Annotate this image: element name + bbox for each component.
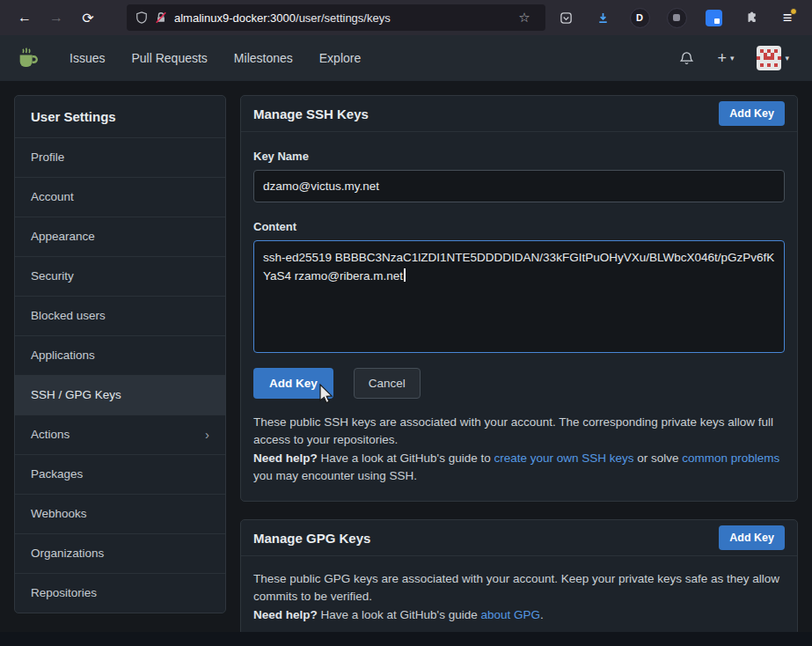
sidebar-item-ssh-gpg-keys[interactable]: SSH / GPG Keys: [15, 376, 225, 415]
url-domain: almalinux9-docker:3000: [174, 11, 296, 25]
gpg-card-body: These public GPG keys are associated wit…: [241, 556, 797, 640]
ssh-help-text: These public SSH keys are associated wit…: [253, 414, 785, 485]
toolbar-extensions: D ≡: [550, 5, 803, 30]
extension-d-badge: D: [630, 8, 650, 28]
create-ssh-keys-link[interactable]: create your own SSH keys: [494, 451, 633, 465]
main-column: Manage SSH Keys Add Key Key Name Content…: [240, 95, 798, 641]
downloads-icon[interactable]: [589, 5, 616, 30]
need-help-label: Need help?: [253, 451, 318, 465]
url-text: almalinux9-docker:3000/user/settings/key…: [174, 11, 505, 25]
notifications-bell-icon[interactable]: [672, 46, 701, 71]
need-help-label: Need help?: [253, 608, 318, 621]
sidebar-item-label: Security: [31, 269, 74, 283]
extension-blue-badge: [706, 10, 722, 26]
plus-icon: +: [717, 49, 727, 68]
gpg-add-key-toggle-button[interactable]: Add Key: [719, 525, 785, 550]
sidebar-item-applications[interactable]: Applications: [15, 336, 225, 376]
extension-dark-icon[interactable]: [663, 5, 690, 30]
manage-ssh-keys-card: Manage SSH Keys Add Key Key Name Content…: [240, 95, 798, 502]
gitea-logo[interactable]: [16, 46, 40, 70]
ssh-help-segment: Have a look at GitHub's guide to: [318, 451, 494, 465]
form-buttons: Add Key Cancel: [253, 368, 785, 399]
sidebar-item-webhooks[interactable]: Webhooks: [15, 495, 225, 534]
sidebar-item-repositories[interactable]: Repositories: [15, 574, 225, 613]
gpg-card-header: Manage GPG Keys Add Key: [241, 520, 797, 556]
sidebar-item-security[interactable]: Security: [15, 257, 225, 297]
ssh-add-key-toggle-button[interactable]: Add Key: [719, 101, 785, 126]
nav-item-explore[interactable]: Explore: [306, 42, 374, 74]
sidebar-item-profile[interactable]: Profile: [15, 138, 225, 178]
content-label: Content: [253, 220, 785, 233]
update-dot: [790, 8, 797, 15]
sidebar-item-actions[interactable]: Actions›: [15, 415, 225, 455]
ssh-card-title: Manage SSH Keys: [253, 106, 369, 121]
sidebar-item-organizations[interactable]: Organizations: [15, 534, 225, 574]
common-problems-link[interactable]: common problems: [682, 451, 779, 465]
nav-item-pull-requests[interactable]: Pull Requests: [118, 42, 220, 74]
extensions-puzzle-icon[interactable]: [737, 5, 764, 30]
content: User Settings Profile Account Appearance…: [0, 81, 812, 646]
url-path: /user/settings/keys: [296, 11, 391, 25]
user-avatar-menu[interactable]: ▾: [750, 40, 796, 76]
sidebar-item-label: Profile: [31, 150, 64, 165]
nav-item-issues[interactable]: Issues: [56, 42, 118, 74]
tracking-shield-icon[interactable]: [135, 11, 148, 24]
ssh-key-content-textarea[interactable]: ssh-ed25519 BBBBC3NzaC1lZDI1NTE5DDDDIDAN…: [253, 240, 785, 353]
url-bar[interactable]: almalinux9-docker:3000/user/settings/key…: [127, 4, 545, 31]
pocket-icon[interactable]: [552, 5, 579, 30]
page-footer: [0, 632, 812, 646]
sidebar-item-label: Actions: [31, 428, 69, 442]
extension-d-icon[interactable]: D: [626, 5, 653, 30]
chevron-right-icon: ›: [205, 429, 209, 440]
browser-toolbar: ← → ⟳ almalinux9-docker:3000/user/settin…: [0, 0, 812, 35]
user-settings-sidebar: User Settings Profile Account Appearance…: [14, 95, 226, 613]
caret-down-icon: ▾: [730, 54, 735, 62]
extension-dark-badge: [667, 8, 687, 28]
bookmark-star-icon[interactable]: ☆: [515, 8, 534, 27]
screen: ← → ⟳ almalinux9-docker:3000/user/settin…: [0, 0, 812, 646]
add-key-submit-button[interactable]: Add Key: [253, 368, 333, 399]
ssh-card-body: Key Name Content ssh-ed25519 BBBBC3NzaC1…: [241, 132, 797, 501]
gpg-help-segment: Have a look at GitHub's guide: [318, 608, 481, 621]
manage-gpg-keys-card: Manage GPG Keys Add Key These public GPG…: [240, 519, 798, 641]
sidebar-item-label: Packages: [31, 467, 83, 481]
ssh-help-segment: or solve: [634, 451, 683, 465]
gpg-help-line1: These public GPG keys are associated wit…: [253, 572, 779, 603]
extension-blue-icon[interactable]: [700, 5, 727, 30]
ssh-key-content-value: ssh-ed25519 BBBBC3NzaC1lZDI1NTE5DDDDIDAN…: [263, 251, 774, 283]
create-new-button[interactable]: +▾: [710, 44, 741, 73]
text-caret: [404, 268, 406, 282]
gpg-help-segment: .: [540, 608, 544, 621]
about-gpg-link[interactable]: about GPG: [480, 608, 540, 621]
cancel-button[interactable]: Cancel: [354, 368, 421, 399]
ssh-help-segment: you may encounter using SSH.: [253, 469, 417, 482]
forward-button[interactable]: →: [43, 5, 69, 30]
reload-button[interactable]: ⟳: [75, 5, 101, 30]
sidebar-item-account[interactable]: Account: [15, 178, 225, 217]
sidebar-item-appearance[interactable]: Appearance: [15, 217, 225, 257]
navbar-right: +▾: [672, 40, 796, 76]
sidebar-item-label: Webhooks: [31, 507, 87, 521]
sidebar-item-label: Blocked users: [31, 309, 106, 323]
gpg-help-text: These public GPG keys are associated wit…: [253, 570, 785, 624]
ssh-card-header: Manage SSH Keys Add Key: [241, 96, 797, 132]
back-button[interactable]: ←: [11, 5, 38, 30]
sidebar-title: User Settings: [15, 96, 225, 138]
sidebar-item-packages[interactable]: Packages: [15, 455, 225, 495]
gitea-navbar: Issues Pull Requests Milestones Explore …: [0, 35, 812, 81]
sidebar-item-label: Appearance: [31, 230, 95, 244]
ssh-help-line1: These public SSH keys are associated wit…: [253, 415, 773, 446]
menu-icon[interactable]: ≡: [774, 5, 801, 30]
nav-item-milestones[interactable]: Milestones: [221, 42, 306, 74]
gpg-card-title: Manage GPG Keys: [253, 531, 370, 546]
caret-down-icon: ▾: [785, 54, 789, 62]
key-name-input[interactable]: [253, 170, 785, 202]
key-name-label: Key Name: [253, 150, 785, 163]
sidebar-item-label: Account: [31, 190, 74, 204]
insecure-lock-icon[interactable]: [155, 11, 167, 24]
sidebar-item-label: Organizations: [31, 547, 104, 561]
avatar: [757, 46, 781, 70]
sidebar-item-label: Applications: [31, 349, 95, 363]
sidebar-item-blocked-users[interactable]: Blocked users: [15, 297, 225, 336]
sidebar-item-label: Repositories: [31, 586, 97, 600]
